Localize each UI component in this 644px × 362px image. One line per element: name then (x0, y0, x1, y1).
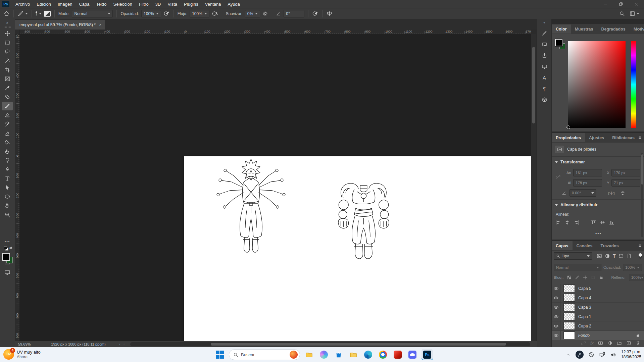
color-saturation-square[interactable] (568, 41, 626, 128)
layer-row[interactable]: Capa 5 (552, 284, 644, 293)
flip-horizontal-icon[interactable]: ▷|◁ (608, 191, 614, 195)
comments-panel-icon[interactable] (540, 40, 548, 48)
taskbar-search[interactable]: Buscar (229, 349, 300, 360)
properties-scrollbar[interactable] (641, 153, 643, 237)
layer-name[interactable]: Capa 5 (578, 286, 591, 291)
menu-item[interactable]: Edición (33, 2, 54, 7)
height-field[interactable]: 178 px (573, 179, 602, 187)
layer-thumbnail[interactable] (563, 331, 575, 339)
onedrive-paused-icon[interactable] (588, 352, 594, 358)
layer-name[interactable]: Capa 1 (578, 314, 591, 319)
edge-icon[interactable] (362, 349, 374, 360)
status-chevron-icon[interactable]: › (119, 342, 124, 346)
tool-preset-icon[interactable] (17, 10, 28, 17)
taskbar-clock[interactable]: 12:37 p. m. 18/06/2025 (621, 350, 641, 360)
width-field[interactable]: 161 px (573, 169, 602, 176)
dodge-tool[interactable] (2, 156, 13, 165)
dock-expand-icon[interactable]: « (537, 19, 551, 26)
align-left-icon[interactable] (555, 219, 561, 225)
hue-slider[interactable] (631, 41, 636, 128)
pressure-size-icon[interactable] (312, 10, 318, 17)
tray-chevron-up-icon[interactable] (566, 352, 571, 357)
layer-visibility-eye-icon[interactable] (552, 293, 561, 302)
layer-row[interactable]: Capa 3 (552, 303, 644, 312)
minimize-button[interactable] (598, 0, 613, 8)
color-picker-marker[interactable] (566, 125, 570, 129)
history-brush-tool[interactable] (2, 120, 13, 128)
filter-type-layers-icon[interactable]: T (613, 253, 616, 259)
color-panel-menu-icon[interactable]: ≡ (639, 26, 644, 34)
menu-item[interactable]: Archivo (12, 2, 33, 7)
screen-mode-icon[interactable] (2, 269, 12, 276)
lock-artboard-icon[interactable] (591, 275, 596, 280)
filter-toggle[interactable] (639, 253, 642, 259)
layer-thumbnail[interactable] (563, 322, 575, 330)
character-panel-icon[interactable]: A (540, 73, 548, 82)
chrome-icon[interactable] (377, 349, 389, 360)
new-adjustment-layer-icon[interactable] (607, 341, 612, 346)
x-field[interactable]: 170 px (611, 169, 640, 176)
pen-tool[interactable] (2, 165, 13, 174)
object-selection-tool[interactable] (2, 56, 13, 65)
align-vcenter-icon[interactable] (600, 219, 606, 225)
marquee-tool[interactable] (2, 38, 13, 47)
properties-panel-menu-icon[interactable]: ≡ (639, 135, 644, 142)
rotate-angle-field[interactable]: 0.00° (569, 189, 596, 197)
swap-colors-icon[interactable]: ⇄ (9, 246, 12, 250)
layer-visibility-eye-icon[interactable] (552, 312, 561, 321)
menu-item[interactable]: Selección (110, 2, 136, 7)
symmetry-icon[interactable] (326, 10, 333, 17)
weather-widget[interactable]: UV4 UV muy alto Ahora (3, 349, 41, 360)
default-colors-icon[interactable]: ⇄ (2, 247, 13, 252)
toolbox-grip[interactable] (4, 27, 11, 28)
menu-item[interactable]: Ayuda (224, 2, 243, 7)
panel-tab[interactable]: Canales (573, 241, 597, 250)
layer-visibility-eye-icon[interactable] (552, 331, 561, 340)
layer-visibility-eye-icon[interactable] (552, 284, 561, 293)
align-top-icon[interactable] (591, 219, 597, 225)
hand-tool[interactable] (2, 201, 13, 210)
panel-tab[interactable]: Capas (552, 241, 573, 250)
clone-stamp-tool[interactable] (2, 111, 13, 119)
device-preview-panel-icon[interactable] (540, 62, 548, 70)
layer-row[interactable]: Capa 2 (552, 321, 644, 331)
menu-item[interactable]: Ventana (202, 2, 225, 7)
horizontal-scrollbar[interactable] (130, 342, 530, 346)
home-icon[interactable] (3, 10, 10, 17)
search-icon[interactable] (619, 11, 625, 16)
new-layer-icon[interactable] (626, 341, 631, 346)
delete-layer-icon[interactable] (636, 341, 641, 346)
filter-shape-layers-icon[interactable] (618, 253, 624, 259)
layer-name[interactable]: Capa 4 (578, 296, 591, 300)
folder-icon[interactable] (348, 349, 359, 360)
vertical-scrollbar[interactable] (531, 34, 536, 341)
menu-item[interactable]: 3D (152, 2, 164, 7)
horizontal-scrollbar-thumb[interactable] (211, 343, 506, 346)
layer-filter-select[interactable]: Tipo (554, 252, 592, 260)
flip-vertical-icon[interactable] (620, 191, 625, 196)
transform-section-header[interactable]: Transformar (555, 160, 585, 164)
lasso-tool[interactable] (2, 47, 13, 56)
more-options-dots[interactable]: ••• (595, 231, 602, 236)
steam-tray-icon[interactable] (576, 351, 584, 359)
layer-row[interactable]: Capa 1 (552, 312, 644, 321)
file-explorer-icon[interactable] (303, 349, 315, 360)
eraser-tool[interactable] (2, 129, 13, 138)
canvas[interactable] (184, 156, 531, 341)
document-tab[interactable]: empyreal.psd al 59.7% (Fondo, RGB/8) * × (15, 20, 105, 30)
align-section-header[interactable]: Alinear y distribuir (555, 203, 597, 207)
blend-mode-select[interactable]: Normal (72, 10, 113, 17)
eyedropper-tool[interactable] (2, 84, 13, 92)
panel-tab[interactable]: Muestras (571, 24, 597, 34)
close-button[interactable] (629, 0, 644, 8)
panel-tab[interactable]: Degradados (597, 24, 630, 34)
layer-style-fx-icon[interactable]: fx (590, 341, 594, 346)
align-right-icon[interactable] (573, 219, 579, 225)
layer-row[interactable]: Capa 4 (552, 293, 644, 303)
filter-adjustment-layers-icon[interactable] (605, 253, 610, 259)
add-layer-mask-icon[interactable] (598, 341, 603, 346)
paragraph-panel-icon[interactable]: ¶ (540, 85, 548, 93)
panel-tab[interactable]: Bibliotecas (608, 133, 639, 142)
gradient-tool[interactable] (2, 138, 13, 147)
link-dimensions-icon[interactable] (556, 172, 560, 181)
